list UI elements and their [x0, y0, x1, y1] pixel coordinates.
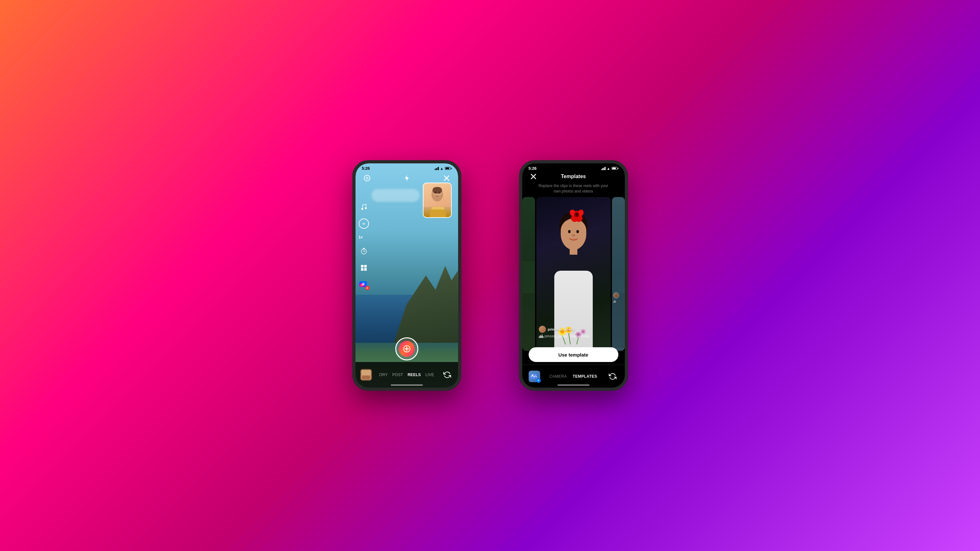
speed-icon[interactable]: 1× [359, 235, 369, 240]
effects-badge: ✕ [365, 286, 370, 290]
audio-row: princess_peace · Original Audio [539, 334, 608, 338]
templates-subtitle: Replace the clips in these reels with yo… [539, 183, 608, 194]
svg-rect-9 [433, 187, 442, 194]
templates-close-button[interactable] [529, 172, 538, 181]
templates-top-row: Templates [522, 172, 625, 181]
countdown-icon[interactable] [359, 246, 369, 256]
templates-nav-camera[interactable]: CAMERA [549, 374, 567, 379]
templates-title: Templates [561, 174, 586, 179]
battery-icon-2 [612, 167, 618, 170]
svg-point-48 [576, 230, 579, 233]
svg-marker-2 [405, 175, 409, 181]
left-side-visual [522, 197, 535, 351]
svg-point-49 [572, 235, 575, 237]
svg-point-0 [364, 175, 370, 181]
camera-side-controls: 30 1× [359, 202, 369, 290]
home-indicator [391, 384, 423, 386]
svg-point-56 [576, 213, 578, 216]
creator-name: princess_peace [548, 327, 574, 331]
templates-subtitle-line1: Replace the clips in these reels with yo… [539, 184, 608, 188]
templates-flip-button[interactable] [607, 371, 618, 382]
sky-clouds [372, 189, 420, 202]
home-indicator-2 [557, 384, 590, 386]
svg-rect-11 [430, 210, 446, 218]
templates-nav-templates[interactable]: TEMPLATES [573, 374, 597, 379]
status-time-2: 5:26 [529, 166, 537, 171]
svg-point-47 [568, 230, 571, 233]
speed-label: 1× [359, 235, 363, 240]
selfie-thumbnail[interactable] [423, 183, 452, 218]
svg-point-12 [361, 208, 363, 210]
svg-rect-27 [362, 375, 370, 379]
nav-tab-story[interactable]: ORY [379, 373, 388, 377]
selfie-body [423, 207, 451, 217]
wifi-icon-2: ▲ [607, 167, 610, 170]
flip-camera-button[interactable] [441, 369, 453, 381]
template-card-left[interactable] [522, 197, 535, 351]
lens-icon[interactable] [362, 173, 372, 183]
template-cards: princess_peace princess_peace · Original… [522, 197, 625, 351]
templates-nav-tabs: CAMERA TEMPLATES [549, 374, 597, 379]
timer-label: 30 [362, 222, 365, 225]
shutter-button[interactable] [395, 337, 418, 360]
audio-bars-icon [539, 334, 543, 338]
gallery-icon[interactable]: + [529, 371, 540, 382]
music-icon[interactable] [359, 202, 369, 212]
shutter-inner [399, 341, 415, 357]
use-template-label: Use template [558, 352, 588, 357]
timer-icon[interactable]: 30 [359, 219, 369, 229]
status-bar: 5:26 ▲ [356, 164, 458, 172]
status-icons: ▲ [435, 167, 452, 170]
status-time: 5:26 [362, 166, 370, 171]
svg-point-61 [531, 374, 533, 376]
nav-tabs: ORY POST REELS LIVE [379, 373, 434, 377]
status-bar-2: 5:26 ▲ [522, 164, 625, 172]
nav-tab-live[interactable]: LIVE [425, 373, 434, 377]
status-icons-2: ▲ [601, 167, 618, 170]
gallery-thumbnail[interactable] [360, 369, 372, 381]
right-side-visual [612, 197, 625, 351]
battery-icon [445, 167, 452, 170]
templates-header: Templates Replace the clips in these ree… [522, 172, 625, 194]
signal-icon-2 [601, 167, 606, 170]
bottom-nav: ORY POST REELS LIVE [356, 362, 458, 387]
selfie-face [423, 183, 451, 207]
template-card-main[interactable]: princess_peace princess_peace · Original… [536, 197, 611, 351]
phone-templates: 5:26 ▲ [519, 160, 628, 391]
wifi-icon: ▲ [440, 167, 444, 170]
camera-top-controls [356, 173, 458, 183]
template-card-right[interactable] [612, 197, 625, 351]
svg-point-21 [362, 283, 364, 286]
gallery-plus-badge: + [536, 378, 541, 383]
svg-line-42 [577, 338, 578, 345]
layout-icon[interactable] [359, 263, 369, 273]
effects-icon[interactable]: ✕ [359, 279, 369, 290]
grid-graphic [361, 265, 367, 271]
templates-subtitle-line2: own photos and videos [554, 189, 593, 194]
phone-camera: 5:26 ▲ [352, 160, 461, 391]
svg-point-13 [365, 207, 367, 209]
use-template-button[interactable]: Use template [529, 347, 618, 362]
flash-icon[interactable] [402, 173, 412, 183]
creator-row: princess_peace [539, 326, 608, 333]
audio-text: princess_peace · Original Audio [545, 335, 590, 338]
creator-avatar [539, 326, 546, 333]
svg-point-1 [366, 177, 368, 179]
nav-tab-post[interactable]: POST [392, 373, 403, 377]
signal-icon [435, 167, 439, 170]
creator-info: princess_peace princess_peace · Original… [536, 326, 611, 338]
nav-tab-reels[interactable]: REELS [407, 373, 421, 377]
close-icon[interactable] [441, 173, 452, 183]
svg-rect-31 [522, 261, 535, 293]
shutter-area [395, 337, 418, 360]
